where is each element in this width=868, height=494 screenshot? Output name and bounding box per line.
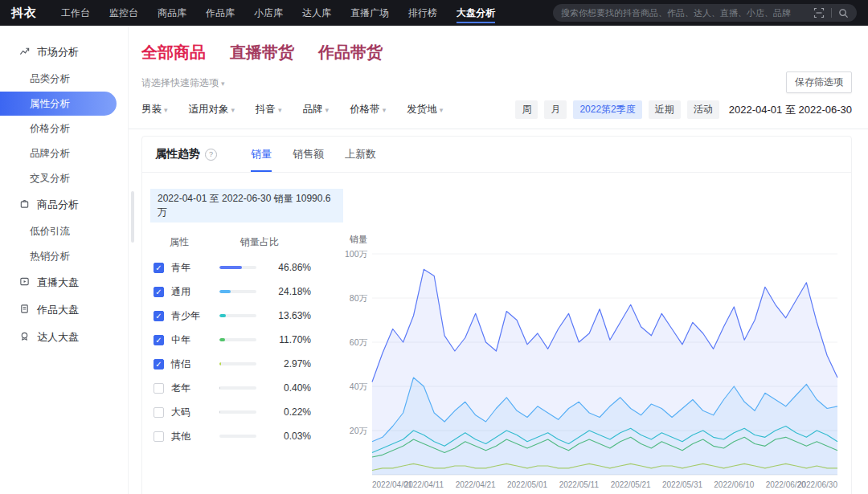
svg-text:2022/04/11: 2022/04/11 (404, 480, 444, 489)
nav-item-2[interactable]: 监控台 (109, 0, 138, 26)
nav-item-3[interactable]: 商品库 (158, 0, 186, 26)
metric-tab-2[interactable]: 销售额 (293, 137, 324, 172)
scan-icon[interactable] (813, 7, 825, 18)
nav-item-9[interactable]: 大盘分析 (457, 0, 495, 26)
table-row[interactable]: ✓中年11.70% (150, 328, 343, 352)
page-tab-2[interactable]: 直播带货 (230, 42, 294, 63)
filter-dropdown-4[interactable]: 品牌▾ (303, 103, 330, 116)
period-chip-5[interactable]: 活动 (687, 100, 719, 119)
svg-text:2022/06/10: 2022/06/10 (714, 480, 754, 489)
table-row[interactable]: 其他0.03% (150, 424, 343, 448)
sidebar-item-2[interactable]: 品类分析 (0, 67, 128, 91)
period-chip-3[interactable]: 2022第2季度 (573, 100, 641, 119)
nav-item-4[interactable]: 作品库 (206, 0, 235, 26)
sidebar-group-12[interactable]: 达人大盘 (0, 324, 128, 351)
filter-dropdown-3[interactable]: 抖音▾ (256, 103, 282, 116)
sidebar: 市场分析品类分析属性分析价格分析品牌分析交叉分析商品分析低价引流热销分析直播大盘… (0, 26, 129, 494)
row-bar (219, 314, 256, 317)
sidebar-group-label: 商品分析 (37, 198, 79, 212)
filter-dropdown-2[interactable]: 适用对象▾ (189, 103, 235, 116)
search-bar[interactable]: 搜索你想要找的抖音商品、作品、达人、直播、小店、品牌 (553, 4, 857, 22)
filter-dropdown-5[interactable]: 价格带▾ (350, 103, 386, 116)
sidebar-item-8[interactable]: 低价引流 (0, 219, 128, 243)
row-label: 大码 (171, 406, 219, 419)
checkbox[interactable] (154, 431, 164, 442)
save-filter-button[interactable]: 保存筛选项 (786, 71, 852, 93)
sidebar-group-label: 作品大盘 (37, 303, 79, 317)
row-label: 中年 (171, 333, 219, 347)
svg-text:2022/05/11: 2022/05/11 (559, 480, 600, 489)
filter-dropdown-6[interactable]: 发货地▾ (407, 103, 443, 116)
sidebar-group-1[interactable]: 市场分析 (0, 39, 128, 66)
table-row[interactable]: ✓情侣2.97% (150, 352, 343, 376)
attribute-table: ✓青年46.86%✓通用24.18%✓青少年13.63%✓中年11.70%✓情侣… (150, 255, 343, 448)
doc-icon (19, 304, 30, 316)
checkbox[interactable]: ✓ (154, 311, 164, 321)
filter-dropdown-1[interactable]: 男装▾ (141, 103, 168, 116)
checkbox[interactable]: ✓ (154, 287, 164, 297)
scrollbar-thumb[interactable] (131, 191, 134, 243)
checkbox[interactable] (154, 383, 164, 394)
sidebar-group-10[interactable]: 直播大盘 (0, 269, 128, 296)
search-input[interactable]: 搜索你想要找的抖音商品、作品、达人、直播、小店、品牌 (561, 7, 807, 19)
checkbox[interactable]: ✓ (154, 263, 164, 273)
nav-item-7[interactable]: 直播广场 (350, 0, 389, 26)
quick-filter-select[interactable]: 请选择快速筛选项▾ (141, 77, 225, 88)
sidebar-item-9[interactable]: 热销分析 (0, 244, 128, 268)
period-chip-2[interactable]: 月 (544, 100, 567, 119)
sidebar-item-5[interactable]: 品牌分析 (0, 141, 128, 165)
summary-chip: 2022-04-01 至 2022-06-30 销量 10990.6万 (150, 189, 343, 223)
table-row[interactable]: ✓青少年13.63% (150, 304, 343, 328)
medal-icon (19, 331, 30, 344)
sidebar-item-3[interactable]: 属性分析 (0, 92, 117, 116)
row-bar-fill (219, 338, 225, 341)
chevron-down-icon: ▾ (221, 80, 225, 88)
sidebar-group-7[interactable]: 商品分析 (0, 191, 128, 218)
goods-icon (19, 198, 30, 211)
metric-tab-3[interactable]: 上新数 (345, 137, 376, 172)
card-body: 2022-04-01 至 2022-06-30 销量 10990.6万 属性 销… (142, 173, 851, 494)
row-bar (219, 435, 256, 438)
info-icon[interactable]: ? (205, 149, 217, 161)
row-bar (219, 338, 256, 341)
table-row[interactable]: 老年0.40% (150, 376, 343, 400)
table-row[interactable]: 大码0.22% (150, 400, 343, 424)
nav-item-5[interactable]: 小店库 (254, 0, 283, 26)
checkbox[interactable]: ✓ (154, 359, 164, 369)
nav-item-6[interactable]: 达人库 (302, 0, 331, 26)
row-pct: 24.18% (278, 286, 311, 297)
card-header: 属性趋势 ? 销量销售额上新数 (142, 137, 851, 173)
period-chip-4[interactable]: 近期 (649, 100, 681, 119)
column-sales-share: 销量占比 (240, 235, 279, 249)
sidebar-group-label: 达人大盘 (37, 330, 79, 345)
table-row[interactable]: ✓通用24.18% (150, 280, 343, 304)
row-bar-fill (219, 314, 226, 317)
search-icon[interactable] (838, 8, 849, 18)
nav-item-1[interactable]: 工作台 (61, 0, 90, 26)
row-label: 青年 (171, 261, 219, 275)
sidebar-group-label: 市场分析 (37, 45, 79, 59)
row-label: 情侣 (171, 357, 219, 371)
checkbox[interactable] (154, 407, 164, 418)
app: { "topnav": { "logo": "抖衣", "items": ["工… (0, 0, 868, 494)
svg-text:20万: 20万 (350, 426, 368, 435)
sidebar-item-4[interactable]: 价格分析 (0, 116, 128, 141)
checkbox[interactable]: ✓ (154, 335, 164, 345)
row-label: 通用 (171, 285, 219, 299)
svg-text:2022/06/30: 2022/06/30 (797, 480, 837, 489)
page-tab-3[interactable]: 作品带货 (318, 42, 383, 63)
trend-chart: 100万80万60万40万20万销量2022/04/012022/04/1120… (343, 173, 853, 494)
page-tab-1[interactable]: 全部商品 (141, 42, 206, 63)
metric-tab-1[interactable]: 销量 (251, 137, 272, 172)
period-controls: 周月2022第2季度近期活动 2022-04-01 至 2022-06-30 (515, 100, 852, 119)
row-label: 其他 (171, 430, 219, 443)
period-chip-1[interactable]: 周 (515, 100, 538, 119)
sidebar-item-6[interactable]: 交叉分析 (0, 166, 128, 190)
chevron-down-icon: ▾ (326, 106, 330, 114)
sidebar-group-11[interactable]: 作品大盘 (0, 296, 128, 324)
nav-item-8[interactable]: 排行榜 (408, 0, 437, 26)
row-pct: 0.22% (284, 406, 311, 418)
date-range[interactable]: 2022-04-01 至 2022-06-30 (729, 103, 852, 117)
table-row[interactable]: ✓青年46.86% (150, 255, 343, 280)
app-logo[interactable]: 抖衣 (11, 6, 37, 21)
